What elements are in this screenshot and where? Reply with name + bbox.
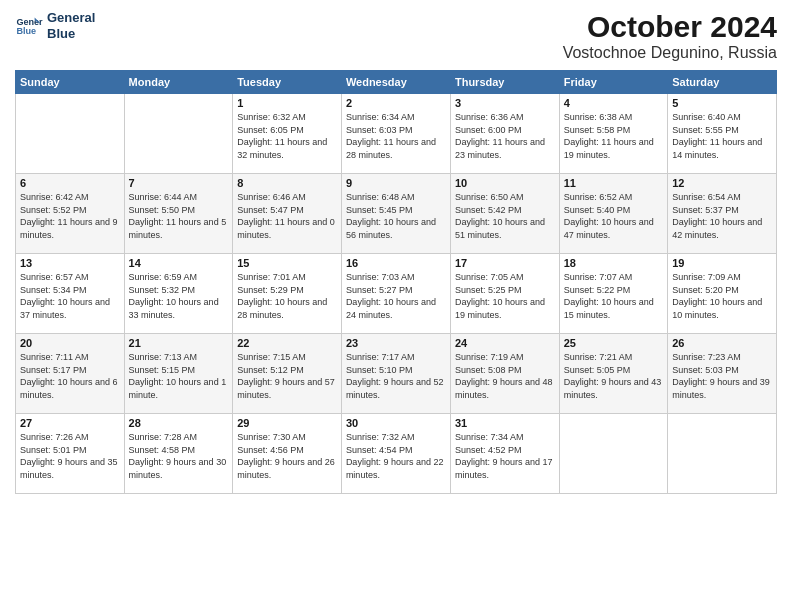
day-number: 25	[564, 337, 663, 349]
day-number: 4	[564, 97, 663, 109]
calendar-cell: 29Sunrise: 7:30 AM Sunset: 4:56 PM Dayli…	[233, 414, 342, 494]
calendar-week-row: 1Sunrise: 6:32 AM Sunset: 6:05 PM Daylig…	[16, 94, 777, 174]
title-block: October 2024 Vostochnoe Degunino, Russia	[563, 10, 777, 62]
day-info: Sunrise: 7:11 AM Sunset: 5:17 PM Dayligh…	[20, 351, 120, 401]
calendar-cell: 10Sunrise: 6:50 AM Sunset: 5:42 PM Dayli…	[450, 174, 559, 254]
day-info: Sunrise: 7:32 AM Sunset: 4:54 PM Dayligh…	[346, 431, 446, 481]
day-number: 8	[237, 177, 337, 189]
day-info: Sunrise: 6:46 AM Sunset: 5:47 PM Dayligh…	[237, 191, 337, 241]
day-info: Sunrise: 7:01 AM Sunset: 5:29 PM Dayligh…	[237, 271, 337, 321]
calendar-cell: 15Sunrise: 7:01 AM Sunset: 5:29 PM Dayli…	[233, 254, 342, 334]
day-number: 7	[129, 177, 229, 189]
day-number: 13	[20, 257, 120, 269]
calendar-cell: 11Sunrise: 6:52 AM Sunset: 5:40 PM Dayli…	[559, 174, 667, 254]
calendar-cell: 28Sunrise: 7:28 AM Sunset: 4:58 PM Dayli…	[124, 414, 233, 494]
day-number: 1	[237, 97, 337, 109]
day-info: Sunrise: 7:21 AM Sunset: 5:05 PM Dayligh…	[564, 351, 663, 401]
calendar-cell	[668, 414, 777, 494]
svg-text:Blue: Blue	[16, 26, 36, 36]
col-sunday: Sunday	[16, 71, 125, 94]
calendar-week-row: 6Sunrise: 6:42 AM Sunset: 5:52 PM Daylig…	[16, 174, 777, 254]
calendar-week-row: 13Sunrise: 6:57 AM Sunset: 5:34 PM Dayli…	[16, 254, 777, 334]
day-info: Sunrise: 7:13 AM Sunset: 5:15 PM Dayligh…	[129, 351, 229, 401]
calendar-cell: 14Sunrise: 6:59 AM Sunset: 5:32 PM Dayli…	[124, 254, 233, 334]
calendar-cell: 9Sunrise: 6:48 AM Sunset: 5:45 PM Daylig…	[341, 174, 450, 254]
calendar-cell: 12Sunrise: 6:54 AM Sunset: 5:37 PM Dayli…	[668, 174, 777, 254]
calendar-cell	[559, 414, 667, 494]
logo-text: General Blue	[47, 10, 95, 41]
calendar-cell	[124, 94, 233, 174]
day-number: 11	[564, 177, 663, 189]
day-number: 16	[346, 257, 446, 269]
day-info: Sunrise: 6:40 AM Sunset: 5:55 PM Dayligh…	[672, 111, 772, 161]
col-friday: Friday	[559, 71, 667, 94]
day-number: 10	[455, 177, 555, 189]
calendar-cell: 20Sunrise: 7:11 AM Sunset: 5:17 PM Dayli…	[16, 334, 125, 414]
col-saturday: Saturday	[668, 71, 777, 94]
day-info: Sunrise: 6:59 AM Sunset: 5:32 PM Dayligh…	[129, 271, 229, 321]
day-info: Sunrise: 6:57 AM Sunset: 5:34 PM Dayligh…	[20, 271, 120, 321]
day-number: 27	[20, 417, 120, 429]
day-number: 26	[672, 337, 772, 349]
day-info: Sunrise: 6:52 AM Sunset: 5:40 PM Dayligh…	[564, 191, 663, 241]
col-thursday: Thursday	[450, 71, 559, 94]
calendar-cell: 4Sunrise: 6:38 AM Sunset: 5:58 PM Daylig…	[559, 94, 667, 174]
calendar-cell: 25Sunrise: 7:21 AM Sunset: 5:05 PM Dayli…	[559, 334, 667, 414]
day-number: 20	[20, 337, 120, 349]
day-number: 3	[455, 97, 555, 109]
day-info: Sunrise: 7:26 AM Sunset: 5:01 PM Dayligh…	[20, 431, 120, 481]
day-number: 6	[20, 177, 120, 189]
day-info: Sunrise: 6:36 AM Sunset: 6:00 PM Dayligh…	[455, 111, 555, 161]
day-number: 2	[346, 97, 446, 109]
calendar-cell: 26Sunrise: 7:23 AM Sunset: 5:03 PM Dayli…	[668, 334, 777, 414]
calendar-week-row: 27Sunrise: 7:26 AM Sunset: 5:01 PM Dayli…	[16, 414, 777, 494]
day-number: 9	[346, 177, 446, 189]
calendar-cell: 7Sunrise: 6:44 AM Sunset: 5:50 PM Daylig…	[124, 174, 233, 254]
day-info: Sunrise: 7:07 AM Sunset: 5:22 PM Dayligh…	[564, 271, 663, 321]
calendar-cell: 3Sunrise: 6:36 AM Sunset: 6:00 PM Daylig…	[450, 94, 559, 174]
day-number: 15	[237, 257, 337, 269]
day-number: 23	[346, 337, 446, 349]
calendar-cell	[16, 94, 125, 174]
day-number: 19	[672, 257, 772, 269]
day-number: 12	[672, 177, 772, 189]
month-title: October 2024	[563, 10, 777, 44]
calendar-cell: 2Sunrise: 6:34 AM Sunset: 6:03 PM Daylig…	[341, 94, 450, 174]
col-tuesday: Tuesday	[233, 71, 342, 94]
day-number: 14	[129, 257, 229, 269]
calendar-page: General Blue General Blue October 2024 V…	[0, 0, 792, 612]
calendar-cell: 5Sunrise: 6:40 AM Sunset: 5:55 PM Daylig…	[668, 94, 777, 174]
day-info: Sunrise: 7:15 AM Sunset: 5:12 PM Dayligh…	[237, 351, 337, 401]
day-info: Sunrise: 6:38 AM Sunset: 5:58 PM Dayligh…	[564, 111, 663, 161]
day-info: Sunrise: 7:28 AM Sunset: 4:58 PM Dayligh…	[129, 431, 229, 481]
calendar-cell: 24Sunrise: 7:19 AM Sunset: 5:08 PM Dayli…	[450, 334, 559, 414]
day-number: 31	[455, 417, 555, 429]
day-info: Sunrise: 7:30 AM Sunset: 4:56 PM Dayligh…	[237, 431, 337, 481]
day-number: 18	[564, 257, 663, 269]
calendar-cell: 1Sunrise: 6:32 AM Sunset: 6:05 PM Daylig…	[233, 94, 342, 174]
day-info: Sunrise: 6:54 AM Sunset: 5:37 PM Dayligh…	[672, 191, 772, 241]
day-info: Sunrise: 6:34 AM Sunset: 6:03 PM Dayligh…	[346, 111, 446, 161]
calendar-cell: 31Sunrise: 7:34 AM Sunset: 4:52 PM Dayli…	[450, 414, 559, 494]
calendar-cell: 17Sunrise: 7:05 AM Sunset: 5:25 PM Dayli…	[450, 254, 559, 334]
col-wednesday: Wednesday	[341, 71, 450, 94]
day-info: Sunrise: 6:42 AM Sunset: 5:52 PM Dayligh…	[20, 191, 120, 241]
day-number: 29	[237, 417, 337, 429]
day-number: 24	[455, 337, 555, 349]
calendar-cell: 23Sunrise: 7:17 AM Sunset: 5:10 PM Dayli…	[341, 334, 450, 414]
logo: General Blue General Blue	[15, 10, 95, 41]
svg-text:General: General	[16, 16, 43, 26]
day-info: Sunrise: 6:32 AM Sunset: 6:05 PM Dayligh…	[237, 111, 337, 161]
day-number: 22	[237, 337, 337, 349]
logo-icon: General Blue	[15, 12, 43, 40]
calendar-cell: 27Sunrise: 7:26 AM Sunset: 5:01 PM Dayli…	[16, 414, 125, 494]
day-info: Sunrise: 7:23 AM Sunset: 5:03 PM Dayligh…	[672, 351, 772, 401]
day-number: 30	[346, 417, 446, 429]
calendar-cell: 21Sunrise: 7:13 AM Sunset: 5:15 PM Dayli…	[124, 334, 233, 414]
calendar-cell: 13Sunrise: 6:57 AM Sunset: 5:34 PM Dayli…	[16, 254, 125, 334]
calendar-cell: 18Sunrise: 7:07 AM Sunset: 5:22 PM Dayli…	[559, 254, 667, 334]
calendar-cell: 6Sunrise: 6:42 AM Sunset: 5:52 PM Daylig…	[16, 174, 125, 254]
header: General Blue General Blue October 2024 V…	[15, 10, 777, 62]
day-number: 5	[672, 97, 772, 109]
day-info: Sunrise: 7:09 AM Sunset: 5:20 PM Dayligh…	[672, 271, 772, 321]
